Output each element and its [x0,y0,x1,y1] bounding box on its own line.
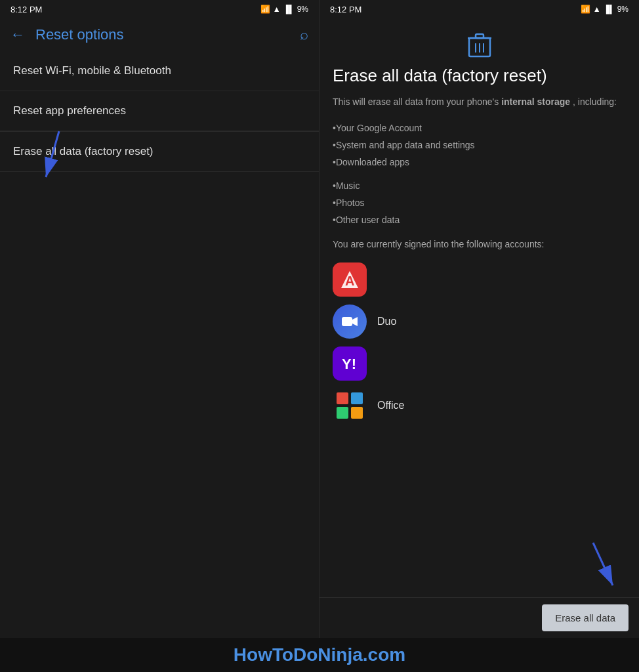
right-bluetooth-icon: 📶 [581,5,590,14]
erase-desc-text2: , including: [573,96,617,107]
account-office: Office [333,385,626,427]
right-status-icons: 📶 ▲ ▐▌ 9% [581,5,629,14]
bluetooth-icon: 📶 [260,5,270,14]
menu-item-app-prefs[interactable]: Reset app preferences [0,91,319,131]
duo-icon [333,304,367,339]
erase-title: Erase all data (factory reset) [333,66,626,86]
accounts-section: You are currently signed into the follow… [333,239,626,427]
right-panel: 8:12 PM 📶 ▲ ▐▌ 9% [320,0,639,638]
left-top-bar: ← Reset options ⌕ [0,18,319,51]
right-content: Erase all data (factory reset) This will… [320,18,639,638]
right-battery-level: 9% [617,5,629,14]
data-item-0: •Your Google Account [333,119,626,136]
left-status-bar: 8:12 PM 📶 ▲ ▐▌ 9% [0,0,319,18]
duo-label: Duo [377,316,396,327]
watermark-text: HowToDoNinja.com [234,644,405,665]
menu-item-wifi[interactable]: Reset Wi-Fi, mobile & Bluetooth [0,51,319,91]
account-yahoo: Y! [333,343,626,385]
trash-icon [468,32,491,58]
erase-description: This will erase all data from your phone… [333,95,626,109]
data-item-4: •Photos [333,194,626,211]
svg-rect-17 [351,407,363,419]
data-item-5: •Other user data [333,211,626,228]
duo-logo [340,312,359,331]
left-panel: 8:12 PM 📶 ▲ ▐▌ 9% ← Reset options ⌕ Rese… [0,0,320,638]
search-button[interactable]: ⌕ [300,26,308,43]
svg-text:Y!: Y! [342,356,356,372]
right-status-bar: 8:12 PM 📶 ▲ ▐▌ 9% [320,0,639,18]
adobe-logo: A [340,270,360,289]
back-button[interactable]: ← [10,26,25,43]
erase-desc-text1: This will erase all data from your phone… [333,96,499,107]
svg-rect-4 [476,34,484,38]
data-item-3: •Music [333,177,626,194]
adobe-icon: A [333,262,367,297]
wifi-icon: ▲ [273,5,281,14]
signal-icon: ▐▌ [283,5,295,14]
svg-text:A: A [345,274,354,288]
svg-rect-11 [342,317,352,326]
svg-rect-16 [337,407,348,419]
data-item-2: •Downloaded apps [333,154,626,171]
left-status-icons: 📶 ▲ ▐▌ 9% [260,5,308,14]
account-duo: Duo [333,301,626,343]
yahoo-logo: Y! [339,353,360,374]
office-label: Office [377,400,405,411]
yahoo-icon: Y! [333,346,367,381]
svg-rect-15 [351,392,363,404]
right-wifi-icon: ▲ [593,5,601,14]
menu-item-factory-reset[interactable]: Erase all data (factory reset) [0,131,319,172]
right-signal-icon: ▐▌ [604,5,615,14]
spacer [333,171,626,177]
svg-rect-14 [337,392,348,404]
account-adobe: A [333,259,626,301]
office-logo [334,390,365,421]
svg-marker-12 [352,317,358,326]
right-time: 8:12 PM [330,5,361,14]
battery-level: 9% [297,5,308,14]
erase-all-button[interactable]: Erase all data [542,604,629,631]
accounts-text: You are currently signed into the follow… [333,239,626,249]
page-title: Reset options [35,26,289,43]
trash-icon-container [333,32,626,58]
watermark-bar: HowToDoNinja.com [0,638,639,672]
erase-desc-bold: internal storage [501,96,570,107]
data-item-1: •System and app data and settings [333,136,626,154]
left-time: 8:12 PM [10,5,42,14]
office-icon [333,388,367,423]
bottom-bar: Erase all data [320,597,639,638]
